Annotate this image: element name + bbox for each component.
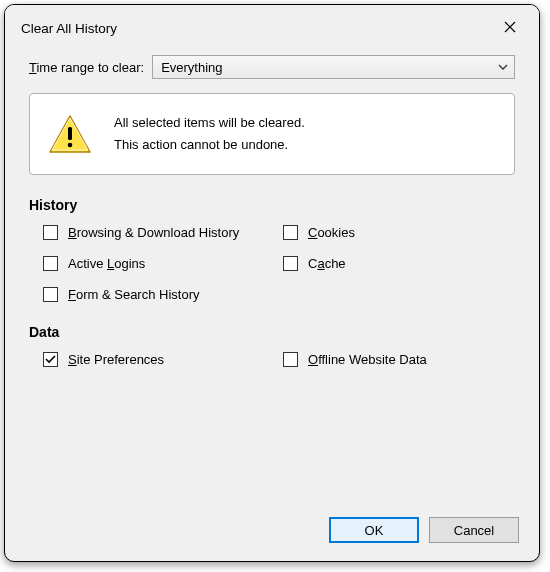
checkbox-browsing-history[interactable]: Browsing & Download History [43, 225, 275, 240]
checkbox-label: Cookies [308, 225, 355, 240]
time-range-label: Time range to clear: [29, 60, 144, 75]
warning-line2: This action cannot be undone. [114, 134, 305, 156]
close-button[interactable] [497, 15, 523, 41]
checkbox-label: Browsing & Download History [68, 225, 239, 240]
ok-button[interactable]: OK [329, 517, 419, 543]
chevron-down-icon [498, 62, 508, 72]
data-checkbox-grid: Site Preferences Offline Website Data [29, 352, 515, 367]
close-icon [504, 21, 516, 36]
warning-icon [48, 114, 92, 154]
history-checkbox-grid: Browsing & Download History Cookies Acti… [29, 225, 515, 302]
checkbox-box [283, 352, 298, 367]
checkbox-label: Active Logins [68, 256, 145, 271]
checkbox-box [43, 225, 58, 240]
time-range-select[interactable]: Everything [152, 55, 515, 79]
warning-line1: All selected items will be cleared. [114, 112, 305, 134]
checkbox-offline-website-data[interactable]: Offline Website Data [283, 352, 515, 367]
checkbox-active-logins[interactable]: Active Logins [43, 256, 275, 271]
checkbox-box [43, 256, 58, 271]
svg-rect-0 [68, 127, 72, 140]
checkbox-label: Site Preferences [68, 352, 164, 367]
cancel-button[interactable]: Cancel [429, 517, 519, 543]
checkbox-label: Form & Search History [68, 287, 200, 302]
svg-point-1 [68, 143, 73, 148]
checkbox-cache[interactable]: Cache [283, 256, 515, 271]
time-range-row: Time range to clear: Everything [29, 55, 515, 79]
checkbox-cookies[interactable]: Cookies [283, 225, 515, 240]
checkbox-box [43, 287, 58, 302]
dialog-button-row: OK Cancel [5, 505, 539, 561]
checkbox-label: Offline Website Data [308, 352, 427, 367]
warning-box: All selected items will be cleared. This… [29, 93, 515, 175]
data-section-title: Data [29, 324, 515, 340]
checkbox-box [283, 225, 298, 240]
warning-text: All selected items will be cleared. This… [114, 112, 305, 156]
checkbox-box [283, 256, 298, 271]
checkbox-box [43, 352, 58, 367]
dialog-content: Time range to clear: Everything All sele [5, 47, 539, 505]
checkbox-form-search-history[interactable]: Form & Search History [43, 287, 275, 302]
titlebar: Clear All History [5, 5, 539, 47]
checkbox-label: Cache [308, 256, 346, 271]
checkbox-site-preferences[interactable]: Site Preferences [43, 352, 275, 367]
clear-history-dialog: Clear All History Time range to clear: E… [4, 4, 540, 562]
time-range-value: Everything [161, 60, 222, 75]
dialog-title: Clear All History [21, 21, 117, 36]
history-section-title: History [29, 197, 515, 213]
